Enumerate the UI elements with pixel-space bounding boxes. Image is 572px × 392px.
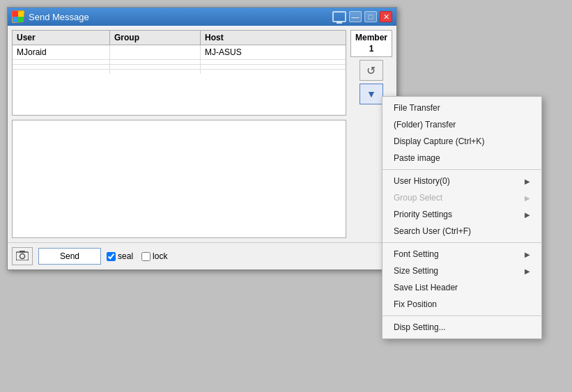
member-badge: Member 1	[350, 30, 392, 57]
svg-rect-0	[13, 11, 18, 17]
menu-item-label: Disp Setting...	[394, 322, 446, 332]
submenu-arrow-icon: ▶	[525, 251, 530, 258]
window-body: User Group Host MJoraid MJ-ASUS	[8, 26, 396, 242]
title-bar: Send Message — □ ✕	[8, 8, 396, 26]
menu-item-label: Priority Settings	[394, 210, 452, 219]
lock-checkbox-item[interactable]: lock	[141, 251, 167, 261]
app-icon	[12, 10, 24, 23]
menu-item-paste-image[interactable]: Paste image	[382, 150, 541, 166]
filter-icon: ▼	[366, 88, 376, 100]
submenu-arrow-icon: ▶	[525, 194, 530, 202]
menu-item-font-setting[interactable]: Font Setting ▶	[382, 246, 541, 262]
menu-item-user-history[interactable]: User History(0) ▶	[382, 173, 541, 189]
submenu-arrow-icon: ▶	[525, 211, 530, 219]
table-row[interactable]	[13, 60, 346, 65]
main-window: Send Message — □ ✕ User Group Host MJora…	[7, 7, 397, 270]
menu-item-fix-position[interactable]: Fix Position	[382, 296, 541, 313]
menu-item-priority-settings[interactable]: Priority Settings ▶	[382, 206, 541, 223]
menu-item-save-list-header[interactable]: Save List Header	[382, 279, 541, 296]
submenu-arrow-icon: ▶	[525, 267, 530, 275]
menu-item-label: Size Setting	[394, 266, 438, 276]
table-header: User Group Host	[13, 31, 346, 45]
refresh-button[interactable]: ↺	[360, 60, 383, 81]
col-header-user: User	[13, 31, 110, 45]
menu-divider	[382, 242, 541, 243]
lock-checkbox[interactable]	[141, 252, 150, 261]
user-table: User Group Host MJoraid MJ-ASUS	[12, 30, 346, 116]
lock-label: lock	[153, 251, 167, 261]
menu-item-size-setting[interactable]: Size Setting ▶	[382, 262, 541, 279]
col-header-group: Group	[110, 31, 201, 45]
camera-icon	[16, 251, 29, 262]
title-bar-controls: — □ ✕	[332, 11, 392, 22]
window-title: Send Message	[29, 12, 89, 22]
minimize-button[interactable]: —	[349, 11, 362, 22]
cell-user-1	[13, 60, 110, 64]
send-button[interactable]: Send	[38, 248, 101, 265]
table-row[interactable]: MJoraid MJ-ASUS	[13, 45, 346, 60]
menu-item-folder-transfer[interactable]: (Folder) Transfer	[382, 116, 541, 133]
menu-item-label: Font Setting	[394, 249, 439, 259]
title-bar-left: Send Message	[12, 10, 89, 23]
table-row[interactable]	[13, 70, 346, 74]
seal-checkbox[interactable]	[107, 252, 116, 261]
menu-item-label: Paste image	[394, 153, 440, 163]
svg-rect-2	[13, 17, 18, 22]
menu-divider	[382, 169, 541, 170]
menu-item-file-transfer[interactable]: File Transfer	[382, 100, 541, 116]
cell-host-0: MJ-ASUS	[201, 45, 346, 59]
cell-group-3	[110, 70, 201, 74]
menu-item-disp-setting[interactable]: Disp Setting...	[382, 319, 541, 336]
menu-item-label: Search User (Ctrl+F)	[394, 226, 471, 236]
seal-checkbox-item[interactable]: seal	[107, 251, 133, 261]
menu-item-group-select[interactable]: Group Select ▶	[382, 189, 541, 206]
context-menu: File Transfer (Folder) Transfer Display …	[382, 96, 542, 339]
cell-user-3	[13, 70, 110, 74]
svg-rect-1	[18, 11, 24, 17]
refresh-icon: ↺	[366, 64, 376, 77]
menu-item-label: User History(0)	[394, 176, 450, 186]
cell-group-2	[110, 65, 201, 69]
svg-rect-6	[20, 251, 25, 253]
camera-button[interactable]	[12, 247, 33, 265]
col-header-host: Host	[201, 31, 346, 45]
maximize-button[interactable]: □	[364, 11, 377, 22]
message-area[interactable]	[12, 120, 346, 238]
bottom-bar: Send seal lock	[8, 242, 396, 269]
monitor-icon	[332, 11, 346, 22]
menu-item-search-user[interactable]: Search User (Ctrl+F)	[382, 223, 541, 240]
member-count: 1	[355, 44, 387, 55]
menu-item-label: Save List Header	[394, 283, 458, 292]
cell-host-3	[201, 70, 346, 74]
cell-user-2	[13, 65, 110, 69]
submenu-arrow-icon: ▶	[525, 178, 530, 185]
menu-divider	[382, 315, 541, 316]
menu-item-label: Group Select	[394, 193, 442, 203]
menu-item-label: (Folder) Transfer	[394, 120, 456, 130]
cell-group-0	[110, 45, 201, 59]
menu-item-label: Display Capture (Ctrl+K)	[394, 136, 484, 146]
table-row[interactable]	[13, 65, 346, 70]
svg-rect-3	[18, 17, 24, 22]
cell-group-1	[110, 60, 201, 64]
close-button[interactable]: ✕	[380, 11, 392, 22]
member-label: Member	[355, 33, 387, 44]
svg-point-5	[20, 253, 25, 258]
cell-host-1	[201, 60, 346, 64]
table-body: MJoraid MJ-ASUS	[13, 45, 346, 115]
menu-item-label: Fix Position	[394, 299, 437, 309]
seal-label: seal	[118, 251, 133, 261]
checkbox-group: seal lock	[107, 251, 167, 261]
menu-item-display-capture[interactable]: Display Capture (Ctrl+K)	[382, 133, 541, 150]
filter-button[interactable]: ▼	[360, 84, 383, 104]
cell-user-0: MJoraid	[13, 45, 110, 59]
main-area: User Group Host MJoraid MJ-ASUS	[12, 30, 346, 238]
menu-item-label: File Transfer	[394, 103, 440, 113]
cell-host-2	[201, 65, 346, 69]
